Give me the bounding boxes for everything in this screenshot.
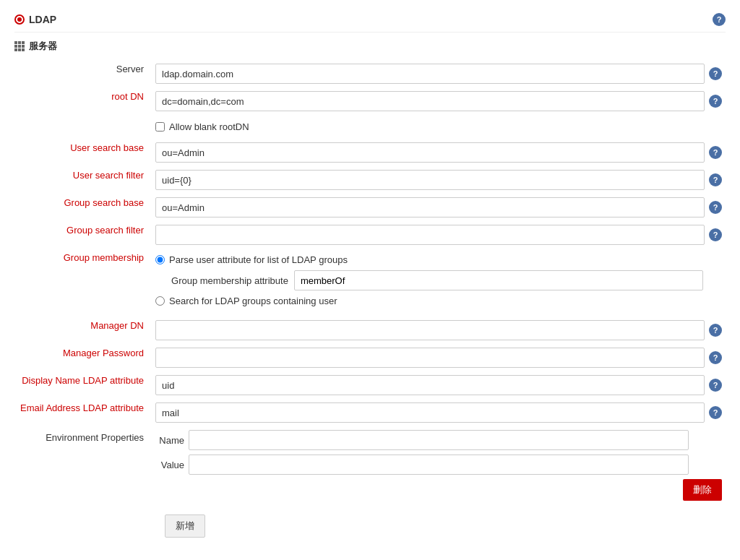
blank-root-dn-label: Allow blank rootDN	[169, 121, 249, 132]
page-help-icon[interactable]: ?	[713, 13, 726, 26]
manager-dn-label: Manager DN	[14, 316, 150, 344]
display-name-ldap-input-cell: ?	[150, 371, 728, 399]
manager-password-input-row: ?	[155, 348, 722, 368]
user-search-base-help-icon[interactable]: ?	[709, 146, 722, 159]
group-search-base-help-icon[interactable]: ?	[709, 201, 722, 214]
email-address-ldap-input[interactable]	[155, 402, 705, 423]
group-search-base-input[interactable]	[155, 197, 705, 217]
env-value-input[interactable]	[189, 455, 689, 475]
root-dn-help-icon[interactable]: ?	[709, 95, 722, 108]
form-table: Server ? root DN ?	[14, 60, 728, 507]
group-search-base-label: Group search base	[14, 194, 150, 221]
user-search-base-input-cell: ?	[150, 139, 728, 166]
manager-dn-input-cell: ?	[150, 316, 728, 344]
blank-root-dn-checkbox-row: Allow blank rootDN	[155, 119, 722, 135]
group-search-filter-input[interactable]	[155, 225, 705, 245]
group-search-filter-row: Group search filter ?	[14, 221, 728, 249]
manager-password-help-icon[interactable]: ?	[709, 351, 722, 364]
root-dn-input-row: ?	[155, 91, 722, 111]
server-input[interactable]	[155, 64, 705, 84]
server-label: Server	[14, 60, 150, 87]
root-dn-label: root DN	[14, 87, 150, 115]
manager-dn-row: Manager DN ?	[14, 316, 728, 344]
group-search-base-input-row: ?	[155, 197, 722, 217]
group-membership-radio1[interactable]	[155, 255, 165, 264]
user-search-filter-row: User search filter ?	[14, 166, 728, 194]
group-membership-radio2[interactable]	[155, 296, 165, 306]
delete-button[interactable]: 删除	[683, 479, 722, 501]
blank-root-dn-empty-label	[14, 115, 150, 139]
membership-attribute-label: Group membership attribute	[171, 275, 288, 286]
server-input-row: ?	[155, 64, 722, 84]
group-membership-radio1-row: Parse user attribute for list of LDAP gr…	[155, 252, 722, 267]
grid-icon	[14, 41, 25, 51]
blank-root-dn-cell: Allow blank rootDN	[150, 115, 728, 139]
root-dn-input[interactable]	[155, 91, 705, 111]
environment-properties-row: Environment Properties Name Value 删除	[14, 426, 728, 507]
manager-password-input-cell: ?	[150, 344, 728, 371]
manager-password-row: Manager Password ?	[14, 344, 728, 371]
membership-attribute-row: Group membership attribute	[171, 270, 722, 290]
email-address-ldap-input-cell: ?	[150, 399, 728, 426]
email-address-ldap-label: Email Address LDAP attribute	[14, 399, 150, 426]
page-title-area: LDAP	[14, 14, 56, 25]
user-search-filter-input-row: ?	[155, 170, 722, 190]
user-search-filter-input[interactable]	[155, 170, 705, 190]
bottom-actions: 新增	[14, 507, 726, 538]
email-address-ldap-row: Email Address LDAP attribute ?	[14, 399, 728, 426]
server-input-cell: ?	[150, 60, 728, 87]
env-name-label: Name	[155, 435, 184, 446]
user-search-base-row: User search base ?	[14, 139, 728, 166]
group-search-base-input-cell: ?	[150, 194, 728, 221]
root-dn-row: root DN ?	[14, 87, 728, 115]
manager-dn-input[interactable]	[155, 320, 705, 340]
section-title: 服务器	[29, 40, 57, 53]
env-value-row: Value	[155, 455, 722, 475]
user-search-base-label: User search base	[14, 139, 150, 166]
add-button[interactable]: 新增	[165, 514, 205, 538]
group-search-filter-help-icon[interactable]: ?	[709, 228, 722, 241]
group-search-filter-input-cell: ?	[150, 221, 728, 249]
user-search-filter-help-icon[interactable]: ?	[709, 173, 722, 186]
user-search-filter-label: User search filter	[14, 166, 150, 194]
group-search-filter-label: Group search filter	[14, 221, 150, 249]
page-header: LDAP ?	[14, 7, 726, 33]
ldap-radio[interactable]	[14, 14, 25, 25]
manager-password-label: Manager Password	[14, 344, 150, 371]
server-help-icon[interactable]: ?	[709, 67, 722, 80]
email-address-ldap-input-row: ?	[155, 402, 722, 423]
manager-password-input[interactable]	[155, 348, 705, 368]
blank-root-dn-row: Allow blank rootDN	[14, 115, 728, 139]
env-value-label: Value	[155, 460, 184, 470]
section-header: 服务器	[14, 40, 726, 53]
user-search-base-input[interactable]	[155, 142, 705, 163]
group-membership-option1-label: Parse user attribute for list of LDAP gr…	[169, 254, 348, 265]
group-membership-label: Group membership	[14, 249, 150, 312]
group-membership-row: Group membership Parse user attribute fo…	[14, 249, 728, 312]
environment-properties-label: Environment Properties	[14, 426, 150, 507]
manager-dn-help-icon[interactable]: ?	[709, 324, 722, 337]
user-search-base-input-row: ?	[155, 142, 722, 163]
group-search-filter-input-row: ?	[155, 225, 722, 245]
display-name-ldap-label: Display Name LDAP attribute	[14, 371, 150, 399]
group-membership-radio2-row: Search for LDAP groups containing user	[155, 293, 722, 309]
group-membership-option2-label: Search for LDAP groups containing user	[169, 296, 337, 306]
display-name-ldap-input-row: ?	[155, 375, 722, 395]
page-container: LDAP ? 服务器 Server ? root DN	[0, 0, 740, 552]
group-membership-cell: Parse user attribute for list of LDAP gr…	[150, 249, 728, 312]
server-row: Server ?	[14, 60, 728, 87]
membership-attribute-input[interactable]	[294, 270, 703, 290]
env-name-input[interactable]	[189, 430, 689, 450]
display-name-ldap-help-icon[interactable]: ?	[709, 379, 722, 392]
email-address-ldap-help-icon[interactable]: ?	[709, 406, 722, 419]
root-dn-input-cell: ?	[150, 87, 728, 115]
env-name-row: Name	[155, 430, 722, 450]
page-title: LDAP	[29, 14, 56, 25]
display-name-ldap-row: Display Name LDAP attribute ?	[14, 371, 728, 399]
display-name-ldap-input[interactable]	[155, 375, 705, 395]
delete-row: 删除	[155, 479, 722, 501]
manager-dn-input-row: ?	[155, 320, 722, 340]
environment-properties-cell: Name Value 删除	[150, 426, 728, 507]
user-search-filter-input-cell: ?	[150, 166, 728, 194]
blank-root-dn-checkbox[interactable]	[155, 122, 165, 132]
